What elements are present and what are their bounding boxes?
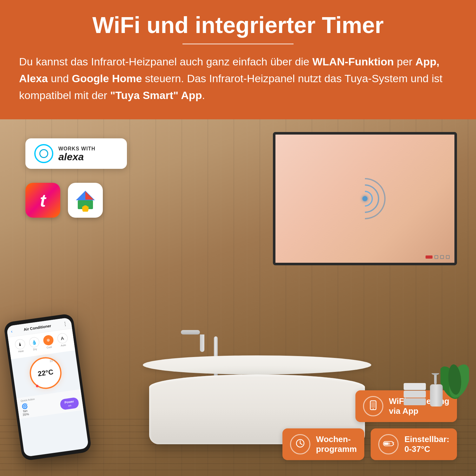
dry-icon: 💧 [28,336,40,348]
svg-rect-4 [82,207,89,209]
faucet-spout [200,334,204,352]
desc-bold3: Google Home [72,72,142,84]
ctrl-red-indicator [426,255,433,259]
tuya-logo: t [25,183,60,218]
smartphone-icon [368,400,378,413]
temp-badge-text: Einstellbar:0-37°C [404,434,449,454]
svg-rect-21 [404,398,426,405]
alexa-name-label: alexa [58,152,96,162]
header-description: Du kannst das Infrarot-Heizpanel auch ga… [19,53,457,103]
svg-rect-13 [384,442,388,445]
timer-badge-text: Wochen-programm [316,434,357,454]
page-title: WiFi und integrierter Timer [19,13,457,38]
temp-circle[interactable]: 22°c 22°C [28,355,63,391]
power-button[interactable]: Power on [60,397,79,410]
google-home-logo [68,183,103,218]
power-on-label: on [68,404,71,407]
clock-icon [295,438,305,451]
alexa-text-block: WORKS WITH alexa [58,146,96,162]
svg-rect-23 [404,383,426,390]
google-home-icon [74,189,97,212]
desc-quoted: "Tuya Smart" App [110,89,202,101]
soap-svg [428,373,444,408]
fan-value: 35% [23,412,29,417]
qa-fan-section: 🌀 fan 35% [21,403,29,416]
header-section: WiFi und integrierter Timer Du kannst da… [0,0,476,119]
soap-dispenser [428,373,444,409]
faucet-head [181,330,200,334]
phone-icon-heat[interactable]: 🌡 Heat [14,339,26,354]
header-divider [182,43,294,44]
svg-point-7 [373,408,374,409]
cool-label: Cool [46,346,52,349]
cool-icon: ❄ [43,334,54,346]
phone-app-title: Air Conditioner [23,323,51,332]
phone-icon-auto[interactable]: A Auto [56,333,69,347]
timer-badge-icon-circle [290,434,310,454]
panel-controls [426,255,450,259]
tuya-icon: t [40,190,46,211]
feature-row-bottom: Wochen-programm °C Einstell [282,428,457,460]
dry-label: Dry [33,348,37,351]
bathtub-rim [143,355,371,374]
plant-decoration [440,364,469,403]
auto-label: Auto [61,344,66,347]
wifi-visualization [333,167,397,230]
google-home-svg [74,189,97,212]
desc-bold1: WLAN-Funktion [312,56,394,68]
svg-rect-6 [371,402,375,408]
phone-back-button[interactable]: ‹ [10,328,13,334]
svg-line-10 [300,443,302,445]
temp-dot [36,385,39,387]
desc-plain: Du kannst das Infrarot-Heizpanel auch ga… [19,56,312,68]
phone-mode-icons: 🌡 Heat 💧 Dry ❄ Cool A [12,332,70,354]
towels-svg [403,381,427,407]
heating-panel [273,132,457,265]
desc-mid1: per [394,56,415,68]
feature-badge-temp: °C Einstellbar:0-37°C [371,428,457,460]
feature-badge-timer: Wochen-programm [282,428,365,460]
desc-end: . [202,89,205,101]
ctrl-square-3 [446,255,450,259]
heat-label: Heat [18,349,24,353]
panel-inner [275,135,454,263]
temperature-icon: °C [383,438,394,451]
plant-svg [440,364,469,402]
svg-point-19 [432,373,439,375]
ctrl-square-1 [434,255,438,259]
temp-value: 22°C [37,368,54,378]
svg-text:°C: °C [392,442,394,446]
phone-more-icon[interactable]: ⋮ [62,320,68,327]
app-logos-row: t [25,183,103,218]
ctrl-square-2 [440,255,444,259]
page-wrapper: WiFi und integrierter Timer Du kannst da… [0,0,476,476]
temp-badge-icon-circle: °C [378,434,399,454]
alexa-works-with-label: WORKS WITH [58,146,96,152]
temp-target: 22°c [50,359,56,363]
wifi-badge-icon-circle [363,396,383,416]
auto-icon: A [56,333,68,344]
phone-icon-dry[interactable]: 💧 Dry [28,336,40,351]
alexa-badge: WORKS WITH alexa [25,138,127,169]
towel-stack [403,381,427,408]
heat-icon: 🌡 [14,339,26,350]
svg-rect-20 [430,384,443,407]
power-label: Power [64,399,74,404]
svg-rect-22 [404,391,426,398]
phone-icon-cool[interactable]: ❄ Cool [43,334,55,349]
main-section: WORKS WITH alexa t [0,119,476,476]
alexa-ring-inner [39,149,48,158]
desc-mid2: und [48,72,72,84]
alexa-ring-icon [34,144,53,163]
